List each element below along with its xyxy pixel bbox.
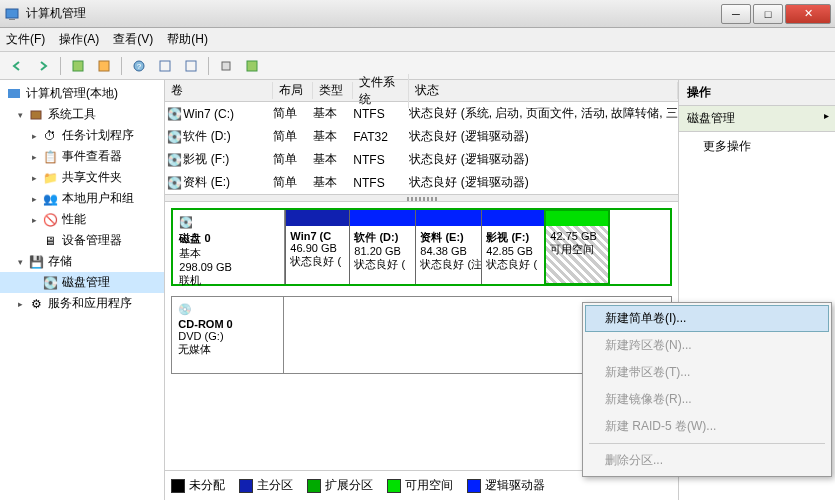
tool-button-b[interactable]	[180, 55, 202, 77]
tool-button-c[interactable]	[215, 55, 237, 77]
svg-rect-8	[222, 62, 230, 70]
tree-shared[interactable]: ▸📁共享文件夹	[0, 167, 164, 188]
ctx-delete: 删除分区...	[585, 447, 829, 474]
volume-row[interactable]: 💽 软件 (D:) 简单 基本 FAT32 状态良好 (逻辑驱动器)	[165, 125, 678, 148]
ctx-new-stripe: 新建带区卷(T)...	[585, 359, 829, 386]
partition[interactable]: 软件 (D:)81.20 GB状态良好 (	[349, 210, 415, 284]
volume-icon: 💽	[165, 176, 183, 190]
tree-systools[interactable]: ▾系统工具	[0, 104, 164, 125]
volume-header: 卷 布局 类型 文件系统 状态	[165, 80, 678, 102]
col-type[interactable]: 类型	[313, 82, 353, 99]
refresh-button[interactable]	[67, 55, 89, 77]
volume-row[interactable]: 💽 资料 (E:) 简单 基本 NTFS 状态良好 (逻辑驱动器)	[165, 171, 678, 194]
volume-icon: 💽	[165, 153, 183, 167]
volume-icon: 💽	[165, 107, 183, 121]
svg-rect-2	[73, 61, 83, 71]
volume-name: 影视 (F:)	[183, 151, 273, 168]
tree-storage[interactable]: ▾💾存储	[0, 251, 164, 272]
tree-diskmgmt[interactable]: 💽磁盘管理	[0, 272, 164, 293]
actions-diskmgmt[interactable]: 磁盘管理	[679, 106, 835, 132]
menu-help[interactable]: 帮助(H)	[167, 31, 208, 48]
svg-rect-1	[9, 19, 15, 20]
partition[interactable]: Win7 (C46.90 GB状态良好 (	[285, 210, 349, 284]
svg-rect-3	[99, 61, 109, 71]
menu-file[interactable]: 文件(F)	[6, 31, 45, 48]
help-button[interactable]: ?	[128, 55, 150, 77]
properties-button[interactable]	[93, 55, 115, 77]
ctx-new-span: 新建跨区卷(N)...	[585, 332, 829, 359]
volume-row[interactable]: 💽 Win7 (C:) 简单 基本 NTFS 状态良好 (系统, 启动, 页面文…	[165, 102, 678, 125]
partition[interactable]: 资料 (E:)84.38 GB状态良好 (注	[415, 210, 481, 284]
ctx-new-mirror: 新建镜像卷(R)...	[585, 386, 829, 413]
clock-icon: ⏱	[42, 128, 58, 144]
col-volume[interactable]: 卷	[165, 82, 273, 99]
svg-rect-10	[8, 89, 20, 98]
perf-icon: 🚫	[42, 212, 58, 228]
menu-action[interactable]: 操作(A)	[59, 31, 99, 48]
disk-row[interactable]: 💽磁盘 0基本298.09 GB联机Win7 (C46.90 GB状态良好 (软…	[171, 208, 672, 286]
event-icon: 📋	[42, 149, 58, 165]
actions-more[interactable]: 更多操作	[679, 132, 835, 161]
services-icon: ⚙	[28, 296, 44, 312]
menu-view[interactable]: 查看(V)	[113, 31, 153, 48]
back-button[interactable]	[6, 55, 28, 77]
tree-systools-label: 系统工具	[48, 106, 96, 123]
tree-root-label: 计算机管理(本地)	[26, 85, 118, 102]
tree-root[interactable]: 计算机管理(本地)	[0, 83, 164, 104]
device-icon: 🖥	[42, 233, 58, 249]
tree-services[interactable]: ▸⚙服务和应用程序	[0, 293, 164, 314]
tree-scheduler[interactable]: ▸⏱任务计划程序	[0, 125, 164, 146]
tree-eventviewer[interactable]: ▸📋事件查看器	[0, 146, 164, 167]
partition[interactable]: 影视 (F:)42.85 GB状态良好 (	[481, 210, 545, 284]
tool-button-a[interactable]	[154, 55, 176, 77]
tree-devmgr[interactable]: 🖥设备管理器	[0, 230, 164, 251]
volume-name: Win7 (C:)	[183, 107, 273, 121]
disk-label: 💽磁盘 0基本298.09 GB联机	[173, 210, 285, 284]
context-menu: 新建简单卷(I)... 新建跨区卷(N)... 新建带区卷(T)... 新建镜像…	[582, 302, 832, 477]
forward-button[interactable]	[32, 55, 54, 77]
svg-rect-7	[186, 61, 196, 71]
svg-rect-6	[160, 61, 170, 71]
disk-icon: 💽	[42, 275, 58, 291]
storage-icon: 💾	[28, 254, 44, 270]
actions-header: 操作	[679, 80, 835, 106]
volume-list: 💽 Win7 (C:) 简单 基本 NTFS 状态良好 (系统, 启动, 页面文…	[165, 102, 678, 194]
app-icon	[4, 6, 20, 22]
svg-rect-0	[6, 9, 18, 18]
svg-text:?: ?	[137, 62, 142, 71]
volume-row[interactable]: 💽 影视 (F:) 简单 基本 NTFS 状态良好 (逻辑驱动器)	[165, 148, 678, 171]
maximize-button[interactable]: □	[753, 4, 783, 24]
tool-button-d[interactable]	[241, 55, 263, 77]
volume-name: 软件 (D:)	[183, 128, 273, 145]
svg-rect-11	[31, 111, 41, 119]
window-title: 计算机管理	[26, 5, 719, 22]
volume-name: 资料 (E:)	[183, 174, 273, 191]
volume-icon: 💽	[165, 130, 183, 144]
col-layout[interactable]: 布局	[273, 82, 313, 99]
svg-rect-9	[247, 61, 257, 71]
ctx-new-raid5: 新建 RAID-5 卷(W)...	[585, 413, 829, 440]
splitter[interactable]	[165, 194, 678, 202]
ctx-new-simple[interactable]: 新建简单卷(I)...	[585, 305, 829, 332]
toolbar: ?	[0, 52, 835, 80]
folder-icon: 📁	[42, 170, 58, 186]
disk-partitions: Win7 (C46.90 GB状态良好 (软件 (D:)81.20 GB状态良好…	[285, 210, 670, 284]
close-button[interactable]: ✕	[785, 4, 831, 24]
tree-users[interactable]: ▸👥本地用户和组	[0, 188, 164, 209]
col-status[interactable]: 状态	[409, 82, 678, 99]
navigation-tree: 计算机管理(本地) ▾系统工具 ▸⏱任务计划程序 ▸📋事件查看器 ▸📁共享文件夹…	[0, 80, 165, 500]
minimize-button[interactable]: ─	[721, 4, 751, 24]
partition-free[interactable]: 42.75 GB可用空间	[545, 210, 609, 284]
disk-label: 💿CD-ROM 0DVD (G:)无媒体	[172, 297, 284, 373]
tree-perf[interactable]: ▸🚫性能	[0, 209, 164, 230]
menubar: 文件(F) 操作(A) 查看(V) 帮助(H)	[0, 28, 835, 52]
titlebar: 计算机管理 ─ □ ✕	[0, 0, 835, 28]
users-icon: 👥	[42, 191, 58, 207]
